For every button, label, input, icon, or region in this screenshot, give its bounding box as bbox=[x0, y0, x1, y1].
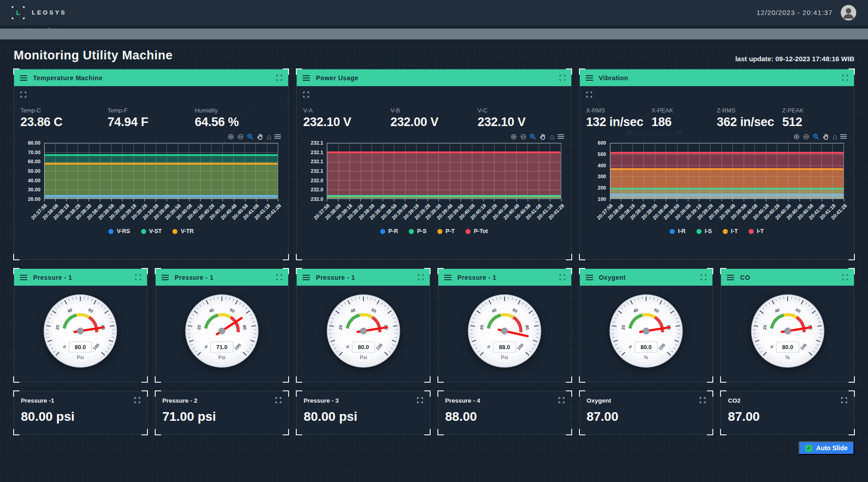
panel-header[interactable]: Pressure - 1 bbox=[297, 269, 430, 286]
auto-slide-button[interactable]: ✓ Auto Slide bbox=[799, 441, 854, 455]
expand-icon[interactable] bbox=[417, 397, 423, 403]
panel-menu-icon[interactable] bbox=[20, 275, 27, 280]
legend-item-P-S[interactable]: P-S bbox=[409, 228, 427, 234]
expand-icon[interactable] bbox=[276, 274, 282, 280]
home-icon[interactable]: ⌂ bbox=[267, 133, 271, 141]
pan-icon[interactable] bbox=[823, 133, 829, 140]
stats-row: X-RMS132 in/secX-PEAK186Z-RMS362 in/secZ… bbox=[586, 107, 848, 129]
legend-item-V-TR[interactable]: V-TR bbox=[172, 228, 193, 234]
expand-icon[interactable] bbox=[559, 274, 565, 280]
plot-area[interactable] bbox=[327, 143, 561, 199]
chart-body: X-RMS132 in/secX-PEAK186Z-RMS362 in/secZ… bbox=[580, 86, 854, 259]
fullscreen-icon[interactable] bbox=[303, 92, 309, 97]
x-tick bbox=[810, 199, 811, 201]
gridline bbox=[610, 143, 843, 144]
gauge-panels-row: Pressure - 102040608010080.0PsiPressure … bbox=[14, 268, 854, 382]
legend-item-V-ST[interactable]: V-ST bbox=[141, 228, 162, 234]
legend-item-P-R[interactable]: P-R bbox=[380, 228, 398, 234]
panel-header[interactable]: Power Usage bbox=[297, 69, 571, 86]
pan-icon[interactable] bbox=[257, 133, 264, 140]
zoom-in-icon[interactable]: ⊕ bbox=[228, 133, 234, 141]
stat-label: Z-RMS bbox=[717, 107, 782, 114]
legend-dot bbox=[723, 229, 728, 234]
panel-menu-icon[interactable] bbox=[162, 275, 169, 280]
modebar-menu-icon[interactable] bbox=[275, 134, 281, 139]
modebar-menu-icon[interactable] bbox=[558, 134, 564, 139]
panel-menu-icon[interactable] bbox=[586, 75, 593, 81]
legend-item-P-T[interactable]: P-T bbox=[437, 228, 455, 234]
expand-icon[interactable] bbox=[841, 397, 847, 403]
panel-menu-icon[interactable] bbox=[303, 275, 310, 280]
gauge-4: 02040608010080.0% bbox=[603, 288, 689, 377]
panel-header[interactable]: Vibration bbox=[580, 69, 854, 86]
box-zoom-icon[interactable] bbox=[530, 133, 536, 140]
y-tick-label: 70.00 bbox=[28, 150, 40, 155]
zoom-out-icon[interactable]: ⊖ bbox=[237, 133, 244, 141]
home-icon[interactable]: ⌂ bbox=[833, 133, 837, 141]
x-tick bbox=[550, 199, 550, 201]
legend-dot bbox=[749, 229, 754, 234]
expand-icon[interactable] bbox=[842, 75, 848, 81]
expand-icon[interactable] bbox=[700, 397, 706, 403]
legend-item-P-Tot[interactable]: P-Tot bbox=[466, 228, 488, 234]
x-tick bbox=[677, 199, 677, 201]
legend-item-I-S[interactable]: I-S bbox=[696, 228, 712, 234]
zoom-out-icon[interactable]: ⊖ bbox=[803, 133, 809, 141]
panel-header[interactable]: Oxygent bbox=[580, 269, 713, 286]
plot-area[interactable] bbox=[44, 143, 278, 199]
expand-icon[interactable] bbox=[134, 397, 140, 403]
plot-area[interactable] bbox=[610, 143, 844, 199]
pan-icon[interactable] bbox=[539, 133, 546, 140]
legend-item-I-T[interactable]: I-T bbox=[723, 228, 738, 234]
panel-header[interactable]: Pressure - 1 bbox=[156, 269, 289, 286]
expand-icon[interactable] bbox=[418, 274, 424, 280]
expand-icon[interactable] bbox=[276, 75, 282, 81]
expand-icon[interactable] bbox=[135, 274, 141, 280]
panel-menu-icon[interactable] bbox=[303, 75, 310, 81]
auto-slide-checkbox[interactable]: ✓ bbox=[805, 445, 812, 452]
panel-menu-icon[interactable] bbox=[586, 275, 593, 280]
expand-icon[interactable] bbox=[842, 274, 848, 280]
tile-5: CO287.00 bbox=[721, 391, 854, 435]
panel-menu-icon[interactable] bbox=[20, 75, 27, 81]
slide-progress-bar[interactable] bbox=[0, 29, 868, 39]
panel-header[interactable]: Temperature Machine bbox=[14, 69, 288, 86]
panel-menu-icon[interactable] bbox=[444, 275, 451, 280]
box-zoom-icon[interactable] bbox=[247, 133, 254, 140]
chart-body: V-A232.10 VV-B232.00 VV-C232.10 V ⊕ ⊖ ⌂ … bbox=[297, 86, 571, 259]
gridline bbox=[327, 180, 560, 180]
home-icon[interactable]: ⌂ bbox=[549, 133, 554, 141]
x-tick bbox=[416, 199, 417, 201]
panel-menu-icon[interactable] bbox=[727, 275, 734, 280]
fullscreen-icon[interactable] bbox=[20, 92, 26, 97]
legend-item-V-RS[interactable]: V-RS bbox=[108, 228, 130, 234]
fullscreen-icon[interactable] bbox=[586, 92, 592, 97]
modebar-menu-icon[interactable] bbox=[840, 134, 847, 139]
stat-label: V-B bbox=[390, 107, 477, 114]
zoom-out-icon[interactable]: ⊖ bbox=[520, 133, 526, 141]
legend-item-I-R[interactable]: I-R bbox=[670, 228, 686, 234]
line-chart: 232.1232.1232.1232.1232.0232.0232.0 20:3… bbox=[303, 143, 564, 234]
y-tick-label: 30.00 bbox=[28, 187, 40, 192]
gauge-body: 02040608010080.0Psi bbox=[297, 286, 430, 382]
series-fill bbox=[44, 164, 278, 199]
x-tick bbox=[122, 199, 123, 201]
expand-icon[interactable] bbox=[559, 75, 565, 81]
tile-value: 88.00 bbox=[445, 409, 564, 424]
expand-icon[interactable] bbox=[275, 397, 281, 403]
panel-header[interactable]: Pressure - 1 bbox=[438, 269, 571, 286]
panel-header[interactable]: Pressure - 1 bbox=[14, 269, 147, 286]
gauge-5: 02040608010080.0% bbox=[745, 288, 830, 377]
stat-label: Z-PEAK bbox=[782, 107, 848, 114]
box-zoom-icon[interactable] bbox=[813, 133, 819, 140]
expand-icon[interactable] bbox=[701, 274, 706, 280]
tile-label: CO2 bbox=[728, 397, 740, 404]
tile-label: Oxygent bbox=[587, 397, 611, 404]
legend-item-I-T[interactable]: I-T bbox=[749, 228, 764, 234]
svg-text:80: 80 bbox=[525, 325, 530, 330]
user-avatar[interactable] bbox=[841, 5, 856, 20]
expand-icon[interactable] bbox=[559, 397, 564, 403]
panel-header[interactable]: CO bbox=[721, 269, 854, 286]
zoom-in-icon[interactable]: ⊕ bbox=[793, 133, 799, 141]
zoom-in-icon[interactable]: ⊕ bbox=[510, 133, 517, 141]
